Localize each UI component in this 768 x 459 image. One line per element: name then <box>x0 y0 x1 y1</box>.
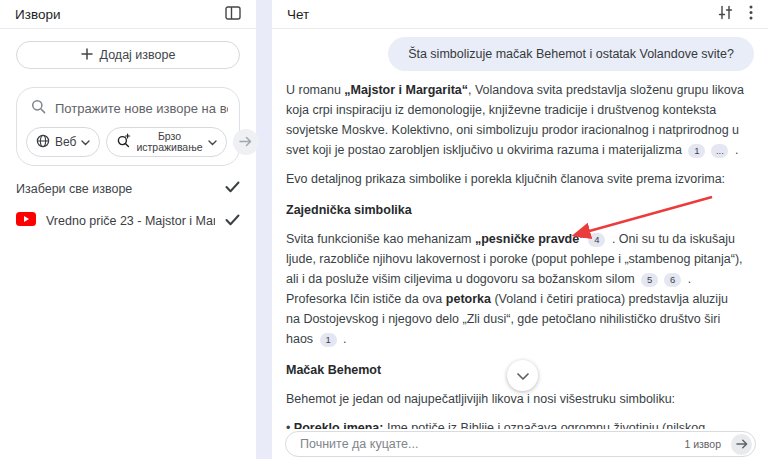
web-filter-dropdown[interactable]: Веб <box>26 127 100 157</box>
sources-header: Извори <box>0 0 256 29</box>
bold-text: „Majstor i Margarita“ <box>344 83 468 97</box>
message-paragraph: Evo detaljnog prikaza simbolike i porekl… <box>286 169 754 189</box>
source-list-item[interactable]: Vredno priče 23 - Majstor i Margarit... <box>8 206 248 236</box>
submit-search-button[interactable] <box>233 129 259 155</box>
plus-icon <box>81 48 93 63</box>
search-filter-row: Веб Брзо истраживање <box>26 127 230 157</box>
research-mode-label: Брзо истраживање <box>136 131 202 153</box>
checkmark-icon[interactable] <box>225 212 240 230</box>
source-count-label: 1 извор <box>684 438 721 450</box>
youtube-icon <box>16 212 36 230</box>
more-vertical-icon <box>749 5 753 23</box>
chat-input[interactable] <box>300 437 674 451</box>
sources-panel-title: Извори <box>15 7 60 22</box>
research-mode-dropdown[interactable]: Брзо истраживање <box>106 127 226 157</box>
chevron-down-icon <box>517 368 529 383</box>
message-paragraph: U romanu „Majstor i Margarita“, Volandov… <box>286 80 754 160</box>
source-title: Vredno priče 23 - Majstor i Margarit... <box>46 214 215 228</box>
chevron-down-icon <box>81 135 90 149</box>
chat-menu-button[interactable] <box>749 5 753 23</box>
search-icon <box>31 99 46 118</box>
message-paragraph: • Poreklo imena: Ime potiče iz Biblije i… <box>286 418 754 429</box>
citation-chip[interactable]: 5 <box>641 273 658 287</box>
message-paragraph: Svita funkcioniše kao mehanizam „pesničk… <box>286 229 754 349</box>
arrow-right-icon <box>239 135 252 150</box>
tune-icon <box>718 5 733 23</box>
select-all-label: Изабери све изворе <box>16 182 132 196</box>
add-sources-button[interactable]: Додај изворе <box>16 41 240 69</box>
web-search-card: Веб Брзо истраживање <box>16 87 240 166</box>
web-search-input[interactable] <box>55 101 228 116</box>
scroll-to-bottom-button[interactable] <box>507 360 538 391</box>
chat-header: Чет <box>272 0 768 29</box>
citation-chip[interactable]: 1 <box>688 144 705 158</box>
send-button[interactable] <box>731 434 752 455</box>
search-plus-icon <box>116 133 131 151</box>
bold-text: „pesničke pravde“ <box>475 232 585 246</box>
chat-settings-button[interactable] <box>718 5 733 23</box>
citation-chip[interactable]: 1 <box>320 333 337 347</box>
chat-panel: Чет Šta simbolizuje mačak Behemot i osta… <box>272 0 768 459</box>
bold-text: Poreklo imena: <box>294 421 384 429</box>
checkmark-icon[interactable] <box>225 181 240 196</box>
globe-icon <box>36 134 50 151</box>
collapse-panel-button[interactable] <box>225 6 241 23</box>
bold-text: petorka <box>446 292 491 306</box>
chevron-down-icon <box>208 135 217 149</box>
user-message-bubble: Šta simbolizuje mačak Behemot i ostatak … <box>388 37 754 71</box>
citation-chip[interactable]: 6 <box>664 273 681 287</box>
message-paragraph: Behemot je jedan od najupečatljivijih li… <box>286 389 754 409</box>
web-search-row <box>26 97 230 127</box>
citation-chip[interactable]: 4 <box>588 233 605 247</box>
web-filter-label: Веб <box>55 135 76 149</box>
select-all-sources-row[interactable]: Изабери све изворе <box>16 181 240 196</box>
add-sources-label: Додај изворе <box>100 48 176 62</box>
panel-toggle-icon <box>225 6 241 23</box>
chat-input-bar: 1 извор <box>285 431 756 457</box>
arrow-right-icon <box>736 437 748 452</box>
sources-panel: Извори Додај изворе Веб <box>0 0 256 459</box>
chat-panel-title: Чет <box>287 7 309 22</box>
message-heading: Zajednička simbolika <box>286 200 754 220</box>
citation-chip[interactable]: ... <box>711 144 728 158</box>
